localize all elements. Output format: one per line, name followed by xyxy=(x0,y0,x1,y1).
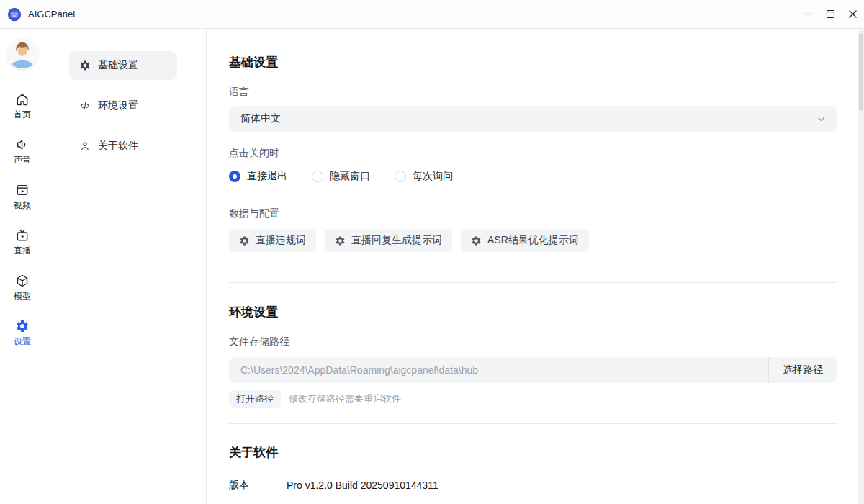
gear-icon xyxy=(79,60,91,71)
user-avatar[interactable] xyxy=(6,37,38,69)
subnav-item-basic-settings[interactable]: 基础设置 xyxy=(69,51,177,80)
gear-icon xyxy=(239,235,250,246)
model-icon xyxy=(15,274,30,288)
close-icon xyxy=(848,9,858,19)
minimize-icon xyxy=(804,9,813,19)
subnav-item-about-software[interactable]: 关于软件 xyxy=(69,132,177,161)
subnav-item-label: 关于软件 xyxy=(98,140,138,153)
radio-label: 隐藏窗口 xyxy=(330,170,370,183)
asr-optimize-prompt-button[interactable]: ASR结果优化提示词 xyxy=(461,229,589,252)
gear-icon xyxy=(15,319,30,333)
language-select-value: 简体中文 xyxy=(240,112,816,125)
titlebar: AIGCPanel xyxy=(0,0,864,29)
minimize-button[interactable] xyxy=(797,0,819,28)
sidebar-item-model[interactable]: 模型 xyxy=(14,274,31,301)
version-row: 版本 Pro v1.2.0 Build 20250910144311 xyxy=(229,479,837,492)
video-icon xyxy=(15,183,30,197)
section-divider xyxy=(229,423,837,424)
nav-rail: 首页 声音 视频 xyxy=(0,29,45,504)
live-icon xyxy=(15,228,30,243)
restart-hint-text: 修改存储路径需要重启软件 xyxy=(289,392,401,405)
sidebar-item-label: 首页 xyxy=(14,109,31,120)
app-window: AIGCPanel xyxy=(0,0,864,504)
app-logo-icon xyxy=(7,7,22,22)
vertical-scrollbar[interactable] xyxy=(858,30,864,504)
app-title: AIGCPanel xyxy=(28,9,75,19)
subnav-item-environment-settings[interactable]: 环境设置 xyxy=(69,91,177,120)
radio-unselected-icon xyxy=(312,171,323,182)
close-behavior-label: 点击关闭时 xyxy=(229,147,837,160)
storage-path-input-group: C:\Users\2024\AppData\Roaming\aigcpanel\… xyxy=(229,357,837,383)
radio-option-ask-every-time[interactable]: 每次询问 xyxy=(395,170,453,183)
storage-path-label: 文件存储路径 xyxy=(229,336,837,348)
storage-path-hint-row: 打开路径 修改存储路径需要重启软件 xyxy=(229,390,837,408)
scrollbar-thumb[interactable] xyxy=(859,33,863,111)
radio-option-exit[interactable]: 直接退出 xyxy=(229,170,287,183)
maximize-button[interactable] xyxy=(819,0,842,28)
sidebar-item-settings[interactable]: 设置 xyxy=(14,319,31,346)
version-value: Pro v1.2.0 Build 20250910144311 xyxy=(287,480,438,491)
code-icon xyxy=(79,100,91,112)
home-icon xyxy=(15,92,30,107)
data-config-buttons: 直播违规词 直播回复生成提示词 ASR结果优化提示词 xyxy=(229,229,837,252)
sidebar-item-label: 视频 xyxy=(14,200,31,210)
sidebar-item-video[interactable]: 视频 xyxy=(14,183,31,210)
storage-path-input[interactable]: C:\Users\2024\AppData\Roaming\aigcpanel\… xyxy=(229,364,768,376)
app-body: 首页 声音 视频 xyxy=(0,29,864,504)
radio-label: 直接退出 xyxy=(247,170,287,183)
language-select[interactable]: 简体中文 xyxy=(229,106,837,132)
section-title-about: 关于软件 xyxy=(229,445,837,460)
choose-path-button[interactable]: 选择路径 xyxy=(768,357,837,383)
section-divider xyxy=(229,282,837,283)
sidebar-item-label: 直播 xyxy=(14,246,31,256)
settings-content: 基础设置 语言 简体中文 点击关闭时 直接退出 隐藏窗口 xyxy=(207,29,864,504)
radio-selected-icon xyxy=(229,171,240,182)
sidebar-item-live[interactable]: 直播 xyxy=(14,228,31,256)
close-behavior-radio-group: 直接退出 隐藏窗口 每次询问 xyxy=(229,170,837,183)
chip-label: 直播回复生成提示词 xyxy=(351,234,442,247)
maximize-icon xyxy=(826,9,835,19)
section-title-environment: 环境设置 xyxy=(229,305,837,320)
sound-icon xyxy=(15,138,30,152)
chip-label: ASR结果优化提示词 xyxy=(487,234,579,247)
sidebar-item-label: 模型 xyxy=(14,291,31,301)
radio-label: 每次询问 xyxy=(413,170,453,183)
chip-label: 直播违规词 xyxy=(256,234,306,247)
user-icon xyxy=(79,140,91,152)
data-config-label: 数据与配置 xyxy=(229,207,837,220)
chevron-down-icon xyxy=(816,114,827,125)
close-button[interactable] xyxy=(842,0,864,28)
open-path-button[interactable]: 打开路径 xyxy=(229,390,281,408)
radio-option-hide-window[interactable]: 隐藏窗口 xyxy=(312,170,370,183)
gear-icon xyxy=(471,235,482,246)
gear-icon xyxy=(335,235,346,246)
live-reply-prompt-button[interactable]: 直播回复生成提示词 xyxy=(325,229,452,252)
sidebar-item-label: 设置 xyxy=(14,336,31,346)
live-banned-words-button[interactable]: 直播违规词 xyxy=(229,229,316,252)
language-label: 语言 xyxy=(229,86,837,99)
sidebar-item-label: 声音 xyxy=(14,155,31,165)
section-title-basic: 基础设置 xyxy=(229,55,837,70)
subnav-item-label: 环境设置 xyxy=(98,99,138,112)
radio-unselected-icon xyxy=(395,171,406,182)
settings-subnav: 基础设置 环境设置 关于软件 xyxy=(45,29,207,504)
sidebar-item-sound[interactable]: 声音 xyxy=(14,138,31,165)
sidebar-item-home[interactable]: 首页 xyxy=(14,92,31,120)
window-controls xyxy=(797,0,864,28)
subnav-item-label: 基础设置 xyxy=(98,59,138,72)
version-label: 版本 xyxy=(229,479,287,492)
